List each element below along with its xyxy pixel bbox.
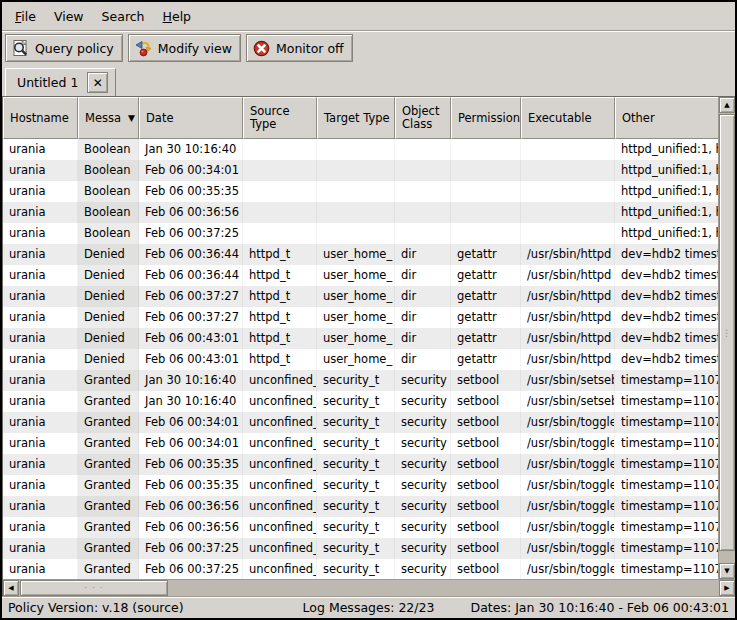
horizontal-scrollbar[interactable]: ◀ · · · ▶ [3, 579, 735, 596]
cell-target: user_home_ [317, 286, 395, 307]
cell-source: httpd_t [243, 307, 317, 328]
scroll-up-button[interactable]: ▲ [719, 97, 735, 113]
dates-status: Dates: Jan 30 10:16:40 - Feb 06 00:43:01 [434, 600, 729, 615]
cell-date: Feb 06 00:36:56 [139, 202, 243, 223]
cell-objclass: security [395, 391, 451, 412]
table-row[interactable]: uraniaBooleanFeb 06 00:37:25httpd_unifie… [3, 223, 718, 244]
column-header-permission[interactable]: Permission [451, 97, 521, 139]
cell-hostname: urania [3, 412, 78, 433]
cell-hostname: urania [3, 538, 78, 559]
horizontal-scrollbar-thumb[interactable]: · · · [20, 580, 168, 596]
status-bar: Policy Version: v.18 (source) Log Messag… [2, 596, 735, 618]
cell-message: Granted [78, 475, 139, 496]
cell-date: Feb 06 00:43:01 [139, 328, 243, 349]
menu-file[interactable]: File [6, 4, 45, 29]
table-row[interactable]: uraniaDeniedFeb 06 00:36:44httpd_tuser_h… [3, 265, 718, 286]
table-row[interactable]: uraniaGrantedJan 30 10:16:40unconfined_s… [3, 370, 718, 391]
cell-message: Denied [78, 265, 139, 286]
cell-executable: /usr/sbin/toggle [521, 433, 615, 454]
tab-strip: Untitled 1 ✕ [2, 66, 735, 96]
scroll-down-button[interactable]: ▼ [719, 563, 735, 579]
modify-view-button[interactable]: Modify view [128, 34, 241, 62]
table-row[interactable]: uraniaDeniedFeb 06 00:36:44httpd_tuser_h… [3, 244, 718, 265]
cell-objclass: security [395, 559, 451, 579]
cell-objclass [395, 223, 451, 244]
column-header-other[interactable]: Other [615, 97, 718, 139]
cell-executable [521, 160, 615, 181]
log-table: HostnameMessa▼DateSource TypeTarget Type… [2, 96, 735, 596]
cell-source: httpd_t [243, 349, 317, 370]
menu-bar: File View Search Help [2, 2, 735, 31]
cell-hostname: urania [3, 370, 78, 391]
cell-executable: /usr/sbin/toggle [521, 517, 615, 538]
table-row[interactable]: uraniaBooleanFeb 06 00:36:56httpd_unifie… [3, 202, 718, 223]
column-header-objclass[interactable]: Object Class [395, 97, 451, 139]
scroll-right-button[interactable]: ▶ [719, 580, 735, 596]
cell-other: httpd_unified:1, h [615, 223, 718, 244]
query-policy-button[interactable]: Query policy [5, 34, 123, 62]
column-header-source[interactable]: Source Type [243, 97, 317, 139]
table-row[interactable]: uraniaBooleanFeb 06 00:34:01httpd_unifie… [3, 160, 718, 181]
table-row[interactable]: uraniaGrantedJan 30 10:16:40unconfined_s… [3, 391, 718, 412]
table-row[interactable]: uraniaGrantedFeb 06 00:36:56unconfined_s… [3, 496, 718, 517]
table-row[interactable]: uraniaBooleanFeb 06 00:35:35httpd_unifie… [3, 181, 718, 202]
cell-permission: getattr [451, 265, 521, 286]
column-header-label: Date [146, 112, 174, 125]
cell-executable: /usr/sbin/setseb [521, 391, 615, 412]
column-header-executable[interactable]: Executable [521, 97, 615, 139]
scroll-left-button[interactable]: ◀ [3, 580, 19, 596]
query-policy-icon [11, 39, 30, 58]
column-header-hostname[interactable]: Hostname [3, 97, 78, 139]
column-header-label: Source Type [250, 105, 314, 131]
toolbar: Query policy Modify view Mo [2, 31, 735, 66]
cell-permission: setbool [451, 412, 521, 433]
cell-date: Feb 06 00:34:01 [139, 160, 243, 181]
column-header-target[interactable]: Target Type [317, 97, 395, 139]
cell-objclass: dir [395, 286, 451, 307]
cell-permission: setbool [451, 559, 521, 579]
menu-view[interactable]: View [45, 4, 93, 29]
table-header-row: HostnameMessa▼DateSource TypeTarget Type… [3, 97, 718, 139]
menu-help[interactable]: Help [154, 4, 201, 29]
cell-executable: /usr/sbin/setseb [521, 370, 615, 391]
cell-date: Feb 06 00:36:44 [139, 265, 243, 286]
cell-objclass: dir [395, 328, 451, 349]
vertical-scrollbar-thumb[interactable]: ⋮ [719, 114, 735, 551]
seaudit-window: File View Search Help Query policy [0, 0, 737, 620]
cell-executable: /usr/sbin/httpd [521, 244, 615, 265]
cell-target: security_t [317, 496, 395, 517]
table-row[interactable]: uraniaDeniedFeb 06 00:37:27httpd_tuser_h… [3, 307, 718, 328]
cell-hostname: urania [3, 454, 78, 475]
cell-objclass [395, 181, 451, 202]
cell-permission: setbool [451, 475, 521, 496]
table-row[interactable]: uraniaGrantedFeb 06 00:34:01unconfined_s… [3, 433, 718, 454]
table-row[interactable]: uraniaDeniedFeb 06 00:37:27httpd_tuser_h… [3, 286, 718, 307]
cell-objclass [395, 160, 451, 181]
table-row[interactable]: uraniaGrantedFeb 06 00:37:25unconfined_s… [3, 559, 718, 579]
vertical-scrollbar[interactable]: ▲ ⋮ ▼ [718, 97, 735, 579]
tab-untitled-1[interactable]: Untitled 1 ✕ [5, 68, 116, 96]
cell-objclass: dir [395, 265, 451, 286]
table-row[interactable]: uraniaBooleanJan 30 10:16:40httpd_unifie… [3, 139, 718, 160]
cell-hostname: urania [3, 265, 78, 286]
column-header-date[interactable]: Date [139, 97, 243, 139]
table-row[interactable]: uraniaGrantedFeb 06 00:34:01unconfined_s… [3, 412, 718, 433]
table-row[interactable]: uraniaDeniedFeb 06 00:43:01httpd_tuser_h… [3, 349, 718, 370]
cell-date: Feb 06 00:35:35 [139, 181, 243, 202]
cell-source: unconfined_ [243, 370, 317, 391]
menu-search[interactable]: Search [93, 4, 154, 29]
table-row[interactable]: uraniaGrantedFeb 06 00:35:35unconfined_s… [3, 475, 718, 496]
cell-target: security_t [317, 475, 395, 496]
cell-source: unconfined_ [243, 559, 317, 579]
table-row[interactable]: uraniaDeniedFeb 06 00:43:01httpd_tuser_h… [3, 328, 718, 349]
table-row[interactable]: uraniaGrantedFeb 06 00:37:25unconfined_s… [3, 538, 718, 559]
table-row[interactable]: uraniaGrantedFeb 06 00:35:35unconfined_s… [3, 454, 718, 475]
column-header-message[interactable]: Messa▼ [78, 97, 139, 139]
tab-close-button[interactable]: ✕ [87, 72, 108, 93]
cell-other: timestamp=11076 [615, 538, 718, 559]
table-row[interactable]: uraniaGrantedFeb 06 00:36:56unconfined_s… [3, 517, 718, 538]
monitor-off-button[interactable]: Monitor off [246, 34, 353, 62]
cell-executable [521, 223, 615, 244]
cell-source: unconfined_ [243, 412, 317, 433]
cell-permission: getattr [451, 349, 521, 370]
